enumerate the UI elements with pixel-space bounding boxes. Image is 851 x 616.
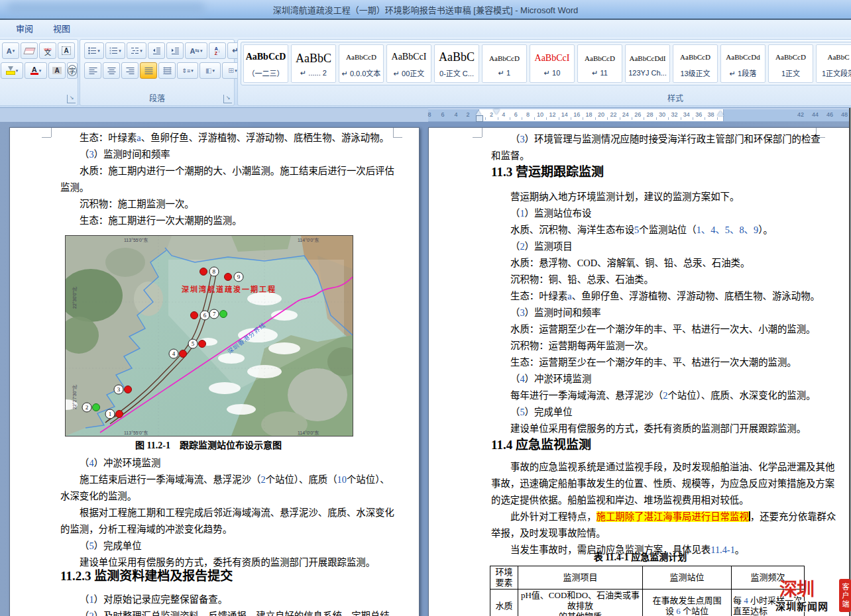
text-line[interactable]: 事故，迅速确定船舶事故发生的位置、性质、规模等，为应急反应对策措施及方案 <box>491 478 817 489</box>
tab-review[interactable]: 审阅 <box>9 23 40 36</box>
paragraph-dialog-launcher[interactable]: ↘ <box>223 95 232 103</box>
ruler-number: 12 <box>549 111 555 118</box>
clear-formatting-button[interactable] <box>21 42 38 59</box>
increase-indent-button[interactable] <box>166 42 184 59</box>
style-card[interactable]: AaBbCcD（一二三） <box>243 44 288 83</box>
numbering-button[interactable]: ▾ <box>105 42 125 59</box>
sort-button[interactable]: AZ↓ <box>209 42 226 59</box>
style-card[interactable]: AaBbCcD↵ 11 <box>577 44 622 83</box>
enclose-characters-button[interactable]: 字 <box>67 62 78 79</box>
text-line[interactable]: （2）监测项目 <box>491 240 836 252</box>
text-line[interactable]: 生态：叶绿素a、鱼卵仔鱼、浮游植物、浮游动物、底栖生物、游泳动物。 <box>491 290 836 302</box>
text-line[interactable]: （1）监测站位布设 <box>491 207 836 219</box>
distributed-button[interactable] <box>158 62 176 79</box>
text-run: 沉积物：铜、铅、总汞、石油类。 <box>510 274 653 285</box>
text-line[interactable]: 沉积物：运营期每两年监测一次。 <box>491 340 836 352</box>
text-line[interactable]: （2）及时整理汇总监测资料，反馈通报，建立良好的信息系统，定期总结。 <box>60 610 412 616</box>
style-preview: AaBbCcD <box>489 50 520 66</box>
style-card[interactable]: AaBbCcDdI123YJ Ch... <box>625 44 670 83</box>
text-line[interactable]: 沉积物：铜、铅、总汞、石油类。 <box>491 274 836 285</box>
text-line[interactable]: 水深变化的监测。 <box>60 490 393 502</box>
text-line[interactable]: （5）完成单位 <box>60 540 412 552</box>
style-card[interactable]: AaBbCcDd↵ 1段落 <box>720 44 766 83</box>
style-card[interactable]: AaBbC1正文段落 <box>816 44 851 83</box>
text-line[interactable]: 水质：悬浮物、COD、溶解氧、铜、铅、总汞、石油类。 <box>491 257 836 269</box>
text-line[interactable]: 生态：叶绿素a、鱼卵仔鱼、浮游植物、浮游动物、底栖生物、游泳动物。 <box>60 132 412 144</box>
first-line-indent-marker[interactable] <box>493 109 500 115</box>
font-color-button[interactable]: A▾ <box>25 62 47 79</box>
char-settings-button[interactable]: A▾ <box>2 42 19 59</box>
tab-view[interactable]: 视图 <box>46 23 77 36</box>
text-line[interactable]: 根据对工程施工期和工程完成后邻近海域海流、悬浮泥沙、底质、水深变化 <box>60 507 412 519</box>
text-line[interactable]: 沉积物：施工期监测一次。 <box>60 198 412 210</box>
text-line[interactable]: （5）完成单位 <box>491 406 836 418</box>
style-card[interactable]: AaBbC↵ ...... 2 <box>291 44 336 83</box>
text-line[interactable]: 监测。 <box>60 181 393 193</box>
hanging-indent-marker[interactable] <box>476 111 481 115</box>
text-run: （ <box>80 458 89 468</box>
watermark-client-badge: 客户端 <box>839 579 851 612</box>
character-border-button[interactable]: A <box>58 42 75 59</box>
text-line[interactable]: 事故的应急监视系统是通过监视手段，及时发现船舶溢油、化学品泄漏及其他 <box>491 461 836 473</box>
right-indent-marker[interactable] <box>717 111 724 116</box>
multilevel-list-button[interactable]: ▾ <box>127 42 146 59</box>
decrease-indent-button[interactable] <box>148 42 165 59</box>
text-line[interactable]: 营运期纳入地方环境监测计划，建议的监测方案如下。 <box>491 191 836 203</box>
style-card[interactable]: AaBbC0-正文 C... <box>434 44 479 83</box>
text-line[interactable]: （3）监测时间和频率 <box>60 148 412 160</box>
text-line[interactable]: （4）冲淤环境监测 <box>491 373 836 385</box>
text-line[interactable]: 施工结束后进行一季海域海流、悬浮泥沙（2个站位）、底质（10个站位）、 <box>60 474 412 486</box>
text-line[interactable]: （3）监测时间和频率 <box>491 307 836 319</box>
heading-line[interactable]: 11.3 营运期跟踪监测 <box>491 166 817 178</box>
style-card[interactable]: AaBbCcD13级正文 <box>673 44 718 83</box>
text-line[interactable]: 和监督。 <box>491 150 817 162</box>
style-card[interactable]: AaBbCcD↵ 1 <box>482 44 527 83</box>
text-line[interactable]: 生态：运营期至少在一个潮汐年的丰、平、枯进行一次大潮的监测。 <box>491 356 836 368</box>
phonetic-guide-button[interactable]: wén文 <box>39 42 56 59</box>
text-run: （ <box>510 134 520 144</box>
text-line[interactable]: 的监测，分析工程海域的冲淤变化趋势。 <box>60 523 393 535</box>
page-right[interactable]: （3）环境管理与监测情况应随时接受海洋行政主管部门和环保部门的检查和监督。11.… <box>428 127 851 616</box>
text-line[interactable]: 此外针对工程特点，施工期除了湛江海事局进行日常监视，还要充分依靠群众 <box>491 511 836 523</box>
left-indent-marker[interactable] <box>476 115 483 122</box>
text-line[interactable]: （3）环境管理与监测情况应随时接受海洋行政主管部门和环保部门的检查 <box>491 133 836 145</box>
document-area: 生态：叶绿素a、鱼卵仔鱼、浮游植物、浮游动物、底栖生物、游泳动物。（3）监测时间… <box>0 122 851 616</box>
ruler-number: 24 <box>622 111 629 118</box>
text-line[interactable]: 建设单位采用有偿服务的方式，委托有资质的监测部门开展跟踪监测。 <box>491 423 836 435</box>
font-dialog-launcher[interactable]: ↘ <box>67 95 76 103</box>
align-left-button[interactable] <box>84 62 101 79</box>
style-card[interactable]: AaBbCcD↵ 0.0.0文本 <box>339 44 384 83</box>
text-line[interactable]: 水质：施工期内进行一个潮期的大、小潮监测。施工结束后进行一次后评估 <box>60 165 412 177</box>
heading-line[interactable]: 11.4 应急监视监测 <box>491 439 817 451</box>
shading-button[interactable]: ◧▾ <box>199 62 221 79</box>
style-card[interactable]: AaBbCcI↵ 10 <box>530 44 575 83</box>
line-spacing-button[interactable]: ⇕≡▾ <box>177 62 198 79</box>
tracking-stations-map[interactable]: 深圳湾航道疏浚一期工程 深圳香港分界线 113°55'0"东 114°0'0"东… <box>65 235 353 436</box>
asian-layout-button[interactable]: A⇆▾ <box>185 42 207 59</box>
text-line[interactable]: 水质、沉积物、海洋生态布设5个监测站位（1、4、5、8、9）。 <box>491 224 836 236</box>
page-left[interactable]: 生态：叶绿素a、鱼卵仔鱼、浮游植物、浮游动物、底栖生物、游泳动物。（3）监测时间… <box>9 127 420 616</box>
justify-button[interactable] <box>140 62 157 79</box>
style-card[interactable]: AaBbCcD1正文 <box>768 44 813 83</box>
text-line[interactable]: （4）冲淤环境监测 <box>60 457 412 469</box>
align-right-button[interactable] <box>121 62 139 79</box>
character-shading-button[interactable]: A <box>48 62 66 79</box>
align-center-button[interactable] <box>103 62 120 79</box>
text-line[interactable]: （1）对原始记录应完整保留备查。 <box>60 593 412 605</box>
text-run: 10 <box>337 474 347 485</box>
ruler-number: 42 <box>797 111 804 118</box>
ruler-tick <box>571 117 571 120</box>
text-line[interactable]: 每年进行一季海域海流、悬浮泥沙（2个站位）、底质、水深变化的监测。 <box>491 389 836 401</box>
text-line[interactable]: 的选定提供依据。船舶监视和岸边、堆场监视费用相对较低。 <box>491 494 817 506</box>
style-card[interactable]: AaBbCcI↵ 00正文 <box>386 44 431 83</box>
bullets-button[interactable]: ▾ <box>84 42 104 59</box>
highlight-color-button[interactable]: ▾ <box>1 62 23 79</box>
text-line[interactable]: 建设单位采用有偿服务的方式，委托有资质的监测部门开展跟踪监测。 <box>60 556 412 568</box>
project-name-label: 深圳湾航道疏浚一期工程 <box>182 283 276 294</box>
heading-line[interactable]: 11.2.3 监测资料建档及报告提交 <box>60 570 393 582</box>
text-line[interactable]: 生态：施工期进行一次大潮期的监测。 <box>60 215 412 227</box>
table-cell-text: 个站位 <box>681 606 709 616</box>
text-run: 生态：运营期至少在一个潮汐年的丰、平、枯进行一次大潮的监测。 <box>510 357 797 368</box>
text-line[interactable]: 举报，及时发现事故险情。 <box>491 527 817 539</box>
text-line[interactable]: 水质：运营期至少在一个潮汐年的丰、平、枯进行一次大、小潮的监测。 <box>491 323 836 335</box>
